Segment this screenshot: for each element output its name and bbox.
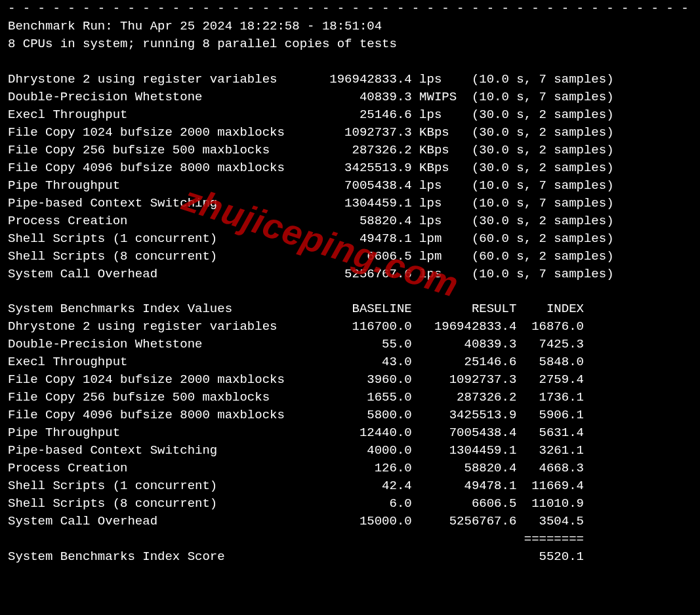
terminal-output: - - - - - - - - - - - - - - - - - - - - … [0, 0, 700, 566]
